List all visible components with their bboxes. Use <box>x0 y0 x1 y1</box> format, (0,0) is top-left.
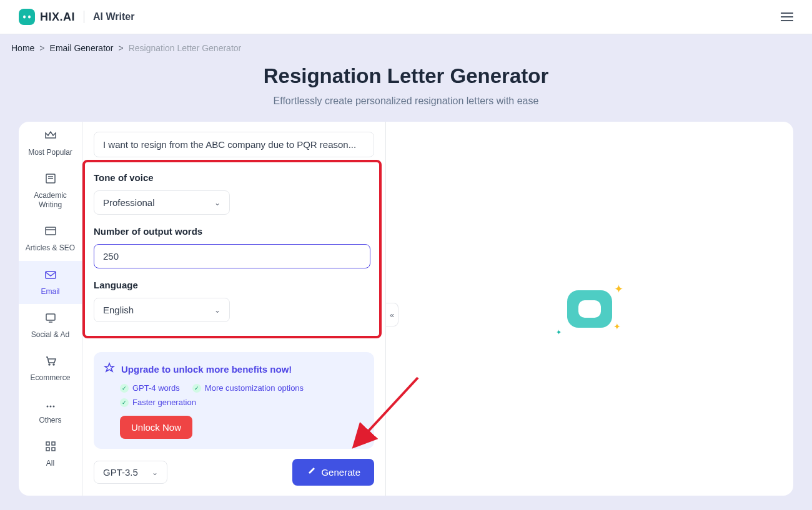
svg-rect-16 <box>52 442 55 445</box>
logo[interactable]: HIX.AI <box>19 9 75 25</box>
cart-icon <box>44 355 57 370</box>
svg-point-1 <box>28 16 31 19</box>
upgrade-icon <box>104 362 115 376</box>
tone-select[interactable]: Professional ⌄ <box>94 190 230 215</box>
words-field: Number of output words <box>94 226 370 268</box>
dots-icon <box>44 399 57 412</box>
divider <box>84 11 84 23</box>
svg-rect-7 <box>46 272 56 278</box>
sidebar-item-social[interactable]: Social & Ad <box>19 304 82 347</box>
svg-rect-18 <box>52 448 55 451</box>
browser-icon <box>44 225 57 240</box>
generate-button[interactable]: Generate <box>292 459 374 486</box>
upgrade-title: Upgrade to unlock more benefits now! <box>121 364 292 375</box>
chevron-right-icon: > <box>39 43 44 53</box>
sidebar-item-ecommerce[interactable]: Ecommerce <box>19 347 82 390</box>
language-label: Language <box>94 280 370 290</box>
words-input[interactable] <box>94 244 370 268</box>
hero: Resignation Letter Generator Effortlessl… <box>0 64 812 107</box>
header: HIX.AI AI Writer <box>0 0 812 34</box>
breadcrumb-home[interactable]: Home <box>11 43 34 53</box>
upgrade-box: Upgrade to unlock more benefits now! ✓GP… <box>94 352 374 449</box>
check-icon: ✓ <box>120 398 129 407</box>
wand-icon <box>306 466 316 478</box>
highlight-box: Tone of voice Professional ⌄ Number of o… <box>82 160 382 338</box>
brand-name: HIX.AI <box>40 11 75 24</box>
check-icon: ✓ <box>120 384 129 393</box>
svg-point-11 <box>53 364 54 365</box>
bottom-bar: GPT-3.5 ⌄ Generate <box>94 449 374 486</box>
preview-panel: « ✦ ✦ ✦ <box>386 122 793 496</box>
words-label: Number of output words <box>94 226 370 237</box>
benefit-item: ✓More customization options <box>192 383 304 393</box>
collapse-button[interactable]: « <box>386 303 399 326</box>
svg-rect-17 <box>46 448 49 451</box>
chevron-right-icon: > <box>118 43 123 53</box>
prompt-input[interactable]: I want to resign from the ABC company du… <box>94 132 374 157</box>
tone-label: Tone of voice <box>94 172 370 183</box>
screen-icon <box>44 312 57 326</box>
svg-point-12 <box>46 405 48 407</box>
mail-icon <box>44 269 57 283</box>
menu-icon[interactable] <box>781 12 793 21</box>
svg-point-14 <box>52 405 54 407</box>
benefit-item: ✓Faster generation <box>120 398 196 407</box>
sidebar-item-others[interactable]: Others <box>19 391 82 433</box>
document-icon <box>44 173 57 187</box>
breadcrumb: Home > Email Generator > Resignation Let… <box>0 34 812 62</box>
grid-icon <box>45 441 56 455</box>
check-icon: ✓ <box>192 384 201 393</box>
unlock-button[interactable]: Unlock Now <box>120 416 192 439</box>
crown-icon <box>44 130 57 144</box>
sidebar: Most Popular Academic Writing Articles &… <box>19 122 82 496</box>
benefits-list: ✓GPT-4 words ✓More customization options… <box>120 383 364 407</box>
sidebar-item-email[interactable]: Email <box>19 261 82 304</box>
breadcrumb-email[interactable]: Email Generator <box>50 43 114 53</box>
mascot-illustration: ✦ ✦ ✦ <box>558 284 621 334</box>
logo-icon <box>19 9 35 25</box>
svg-point-13 <box>49 405 51 407</box>
logo-area: HIX.AI AI Writer <box>19 9 134 25</box>
page-subtitle: Effortlessly create personalized resigna… <box>0 96 812 107</box>
svg-rect-8 <box>46 314 55 320</box>
tone-field: Tone of voice Professional ⌄ <box>94 172 370 215</box>
chevron-down-icon: ⌄ <box>214 199 220 207</box>
chevron-down-icon: ⌄ <box>152 468 158 477</box>
header-section: AI Writer <box>93 11 134 22</box>
language-select[interactable]: English ⌄ <box>94 298 230 322</box>
svg-rect-15 <box>46 442 49 445</box>
svg-point-0 <box>23 16 26 19</box>
workspace: Most Popular Academic Writing Articles &… <box>19 122 793 496</box>
page-title: Resignation Letter Generator <box>0 64 812 88</box>
sidebar-item-academic[interactable]: Academic Writing <box>19 165 82 217</box>
breadcrumb-current: Resignation Letter Generator <box>129 43 242 53</box>
sidebar-item-popular[interactable]: Most Popular <box>19 122 82 165</box>
sidebar-item-articles[interactable]: Articles & SEO <box>19 217 82 260</box>
benefit-item: ✓GPT-4 words <box>120 383 180 393</box>
model-select[interactable]: GPT-3.5 ⌄ <box>94 461 167 484</box>
svg-point-10 <box>49 364 50 365</box>
chevron-down-icon: ⌄ <box>214 306 220 315</box>
sidebar-item-all[interactable]: All <box>19 433 82 476</box>
language-field: Language English ⌄ <box>94 280 370 322</box>
svg-rect-5 <box>46 227 56 235</box>
form-panel: I want to resign from the ABC company du… <box>82 122 386 496</box>
